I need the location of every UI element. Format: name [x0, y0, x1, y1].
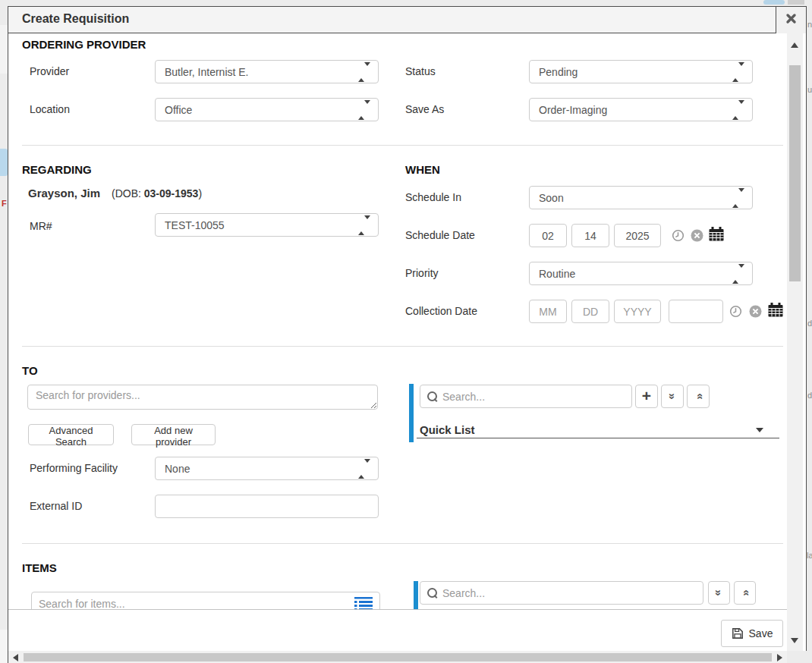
schedule-date-clear-icon[interactable] — [691, 229, 703, 242]
collection-day-input[interactable] — [571, 300, 609, 323]
save-as-label: Save As — [405, 103, 444, 115]
provider-search-textarea[interactable] — [27, 385, 378, 410]
select-spinner-icon — [732, 268, 744, 280]
schedule-day-input[interactable] — [571, 224, 609, 247]
collection-time-clock-icon[interactable] — [729, 305, 742, 318]
priority-label: Priority — [405, 267, 439, 279]
performing-facility-label: Performing Facility — [30, 462, 118, 474]
items-panel-collapse-all-button[interactable]: » — [734, 581, 756, 605]
collection-time-input[interactable] — [669, 300, 723, 323]
section-ordering-provider: ORDERING PROVIDER — [22, 38, 146, 51]
priority-select-value: Routine — [539, 268, 575, 280]
schedule-year-input[interactable] — [614, 224, 661, 247]
mr-label: MR# — [30, 220, 52, 232]
quick-list-underline — [417, 438, 779, 438]
select-spinner-icon — [358, 463, 370, 475]
scroll-up-arrow-icon[interactable] — [791, 42, 798, 48]
provider-select[interactable]: Butler, Internist E. — [155, 60, 379, 83]
horizontal-scrollbar[interactable] — [8, 651, 787, 663]
to-panel-expand-all-button[interactable]: » — [661, 385, 684, 408]
save-button-label: Save — [749, 627, 773, 639]
section-items: ITEMS — [22, 561, 57, 574]
backdrop-text-fragment: F — [2, 199, 7, 208]
save-icon — [732, 627, 744, 639]
items-list-icon[interactable] — [354, 597, 373, 610]
section-regarding: REGARDING — [22, 163, 92, 176]
schedule-date-calendar-icon[interactable] — [709, 227, 724, 241]
scroll-left-arrow-icon[interactable] — [13, 654, 18, 661]
performing-facility-select[interactable]: None — [155, 457, 379, 480]
page-background: F n ur d de la Create Requisition ORDERI… — [0, 0, 812, 663]
add-new-provider-button[interactable]: Add new provider — [131, 424, 216, 445]
section-divider — [22, 543, 783, 544]
status-select-value: Pending — [539, 66, 578, 78]
collection-date-clear-icon[interactable] — [749, 305, 762, 318]
search-icon — [427, 391, 437, 401]
double-chevron-up-icon: » — [693, 393, 704, 399]
scroll-down-arrow-icon[interactable] — [791, 638, 798, 643]
backdrop-block — [0, 630, 8, 663]
backdrop-text-fragment: de — [807, 391, 812, 400]
select-spinner-icon — [358, 66, 370, 78]
items-panel-expand-all-button[interactable]: » — [708, 581, 730, 605]
status-label: Status — [405, 65, 436, 77]
to-panel-collapse-all-button[interactable]: » — [687, 385, 710, 408]
double-chevron-down-icon: » — [667, 393, 678, 399]
vertical-scrollbar-thumb[interactable] — [789, 65, 801, 281]
schedule-in-label: Schedule In — [405, 191, 461, 203]
quick-list-caret-icon[interactable] — [756, 428, 763, 432]
priority-select[interactable]: Routine — [529, 262, 753, 285]
schedule-date-label: Schedule Date — [405, 229, 475, 241]
backdrop-text-fragment: la — [807, 551, 812, 560]
collection-month-input[interactable] — [529, 300, 567, 323]
double-chevron-down-icon: » — [713, 589, 725, 595]
select-spinner-icon — [732, 192, 744, 204]
mr-select[interactable]: TEST-10055 — [155, 213, 379, 237]
select-spinner-icon — [358, 219, 370, 231]
to-panel-add-button[interactable]: + — [635, 385, 658, 408]
plus-icon: + — [642, 388, 651, 404]
close-button[interactable] — [776, 7, 806, 33]
items-panel-search-box[interactable] — [420, 581, 703, 605]
patient-name: Grayson, Jim — [28, 187, 100, 200]
close-icon — [785, 13, 797, 27]
external-id-label: External ID — [30, 500, 82, 512]
schedule-in-select-value: Soon — [539, 192, 564, 204]
status-select[interactable]: Pending — [529, 60, 753, 83]
section-divider — [22, 346, 783, 347]
provider-select-value: Butler, Internist E. — [165, 66, 249, 78]
backdrop-text-fragment: d — [807, 319, 812, 328]
create-requisition-dialog: Create Requisition ORDERING PROVIDER Pro… — [8, 6, 807, 663]
items-panel-search-input[interactable] — [442, 587, 696, 599]
schedule-in-select[interactable]: Soon — [529, 186, 753, 209]
patient-dob: (DOB: 03-09-1953) — [112, 187, 202, 200]
items-search-input[interactable] — [39, 598, 349, 610]
items-panel-accent-bar — [414, 581, 418, 611]
backdrop-text-fragment: n — [807, 20, 812, 29]
dialog-footer: Save — [8, 609, 787, 651]
advanced-search-button[interactable]: Advanced Search — [28, 424, 114, 445]
collection-date-label: Collection Date — [405, 305, 477, 317]
schedule-month-input[interactable] — [529, 224, 567, 247]
to-panel-search-box[interactable] — [420, 385, 632, 408]
to-panel-search-input[interactable] — [442, 391, 625, 403]
collection-date-calendar-icon[interactable] — [768, 303, 783, 317]
scrollbar-corner — [787, 651, 807, 663]
mr-select-value: TEST-10055 — [165, 219, 225, 231]
external-id-input[interactable] — [155, 495, 379, 518]
schedule-time-clock-icon[interactable] — [672, 229, 685, 242]
quick-list-header[interactable]: Quick List — [420, 423, 475, 436]
location-select[interactable]: Office — [155, 98, 379, 121]
backdrop-block — [0, 25, 8, 74]
patient-dob-value: 03-09-1953 — [144, 187, 199, 200]
save-as-select[interactable]: Order-Imaging — [529, 98, 753, 121]
dialog-header: Create Requisition — [8, 7, 806, 33]
select-spinner-icon — [358, 104, 370, 116]
horizontal-scrollbar-thumb[interactable] — [24, 653, 772, 661]
select-spinner-icon — [732, 66, 744, 78]
save-button[interactable]: Save — [721, 620, 783, 647]
collection-year-input[interactable] — [614, 300, 661, 323]
location-select-value: Office — [165, 104, 192, 116]
scroll-right-arrow-icon[interactable] — [777, 654, 782, 661]
vertical-scrollbar[interactable] — [787, 33, 803, 651]
